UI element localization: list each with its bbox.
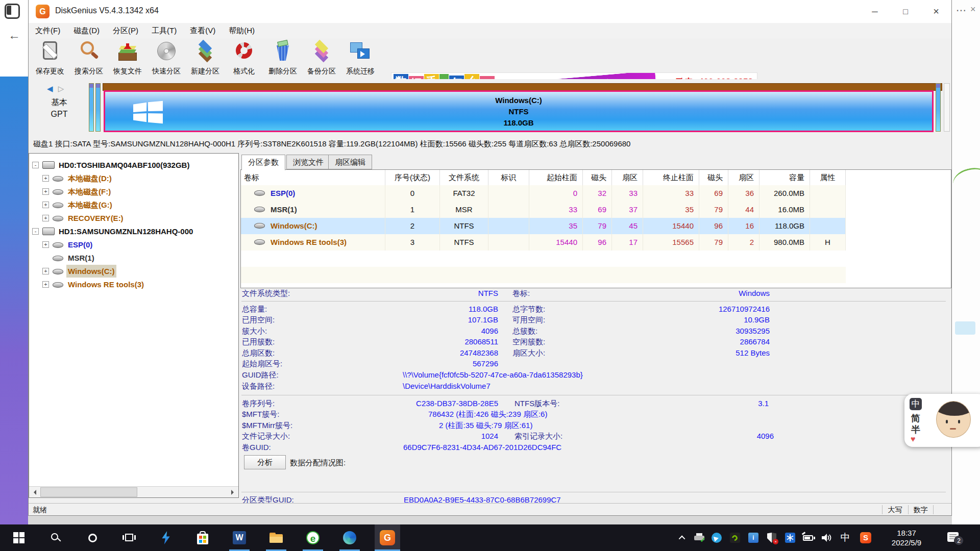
tray-battery[interactable] <box>799 524 818 551</box>
menu-view[interactable]: 查看(V) <box>183 26 222 36</box>
mft-cluster-label: $MFT簇号: <box>242 410 279 419</box>
table-row-windows-c[interactable]: Windows(C:) 2 NTFS 35 79 45 15440 96 16 … <box>241 218 846 234</box>
edge-icon <box>343 531 356 544</box>
taskbar-clock[interactable]: 18:37 2022/5/9 <box>880 524 933 551</box>
status-bar: 就绪 大写 数字 <box>29 503 951 516</box>
save-changes-button[interactable]: 保存更改 <box>31 39 69 78</box>
tab-partition-params[interactable]: 分区参数 <box>241 155 285 170</box>
tray-printer[interactable]: ✓ <box>691 524 707 551</box>
table-row-esp[interactable]: ESP(0) 0 FAT32 0 32 33 33 69 36 260.0MB <box>241 185 846 202</box>
collapse-icon[interactable]: - <box>32 228 39 235</box>
heart-icon[interactable]: ♥ <box>911 435 916 444</box>
analyze-button[interactable]: 分析 <box>244 455 286 469</box>
quick-partition-button[interactable]: 快速分区 <box>147 39 186 78</box>
tray-sogou[interactable]: S <box>856 524 875 551</box>
tree-item-esp[interactable]: + ESP(0) <box>29 238 238 251</box>
close-button[interactable]: × <box>923 0 949 23</box>
cortana-button[interactable] <box>81 524 104 551</box>
scroll-right-icon[interactable] <box>227 487 238 497</box>
background-window-icon[interactable] <box>5 4 20 19</box>
delete-partition-button[interactable]: 删除分区 <box>263 39 302 78</box>
tree-item-recovery-e[interactable]: + RECOVERY(E:) <box>29 212 238 224</box>
format-button[interactable]: 格式化 <box>225 39 263 78</box>
tray-snowflake[interactable] <box>782 524 798 551</box>
close-icon[interactable]: × <box>970 4 976 15</box>
pinned-app-word[interactable]: W <box>228 524 251 551</box>
table-row-msr[interactable]: MSR(1) 1 MSR 33 69 37 35 79 44 16.0MB <box>241 202 846 218</box>
action-center-button[interactable]: 2 <box>939 524 968 551</box>
pinned-app-store[interactable] <box>191 524 214 551</box>
scrollbar-thumb[interactable] <box>40 487 137 497</box>
free-clusters-value: 2866784 <box>668 337 770 346</box>
menu-help[interactable]: 帮助(H) <box>222 26 261 36</box>
system-migration-button[interactable]: 系统迁移 <box>341 39 380 78</box>
ime-mode-chinese[interactable]: 中 <box>910 398 922 410</box>
tray-nvidia[interactable] <box>727 524 743 551</box>
sogou-input-widget[interactable]: 中 简 半 ♥ <box>904 394 980 447</box>
pinned-app-edge[interactable] <box>338 524 361 551</box>
disk-panel-scrollbar[interactable] <box>944 83 950 132</box>
tray-intel[interactable]: i <box>745 524 762 551</box>
menu-file[interactable]: 文件(F) <box>29 26 67 36</box>
tree-item-local-g[interactable]: + 本地磁盘(G:) <box>29 198 238 211</box>
prev-disk-icon[interactable]: ◀ <box>47 84 53 93</box>
tab-browse-files[interactable]: 浏览文件 <box>286 155 330 169</box>
tab-sector-edit[interactable]: 扇区编辑 <box>328 155 372 169</box>
start-button[interactable] <box>7 524 31 551</box>
windows-start-icon <box>13 532 24 543</box>
ime-mode-halfwidth[interactable]: 半 <box>911 423 920 436</box>
disk-nav-arrows[interactable]: ◀ ▷ <box>47 84 64 93</box>
tree-item-local-d[interactable]: + 本地磁盘(D:) <box>29 172 238 185</box>
taskbar-search-button[interactable] <box>44 524 67 551</box>
used-space-value: 107.1GB <box>396 315 498 324</box>
tray-volume[interactable] <box>819 524 835 551</box>
expand-icon[interactable]: + <box>42 215 49 221</box>
partition-block-re-tools[interactable] <box>936 83 941 132</box>
new-partition-button[interactable]: 新建分区 <box>186 39 225 78</box>
next-disk-icon[interactable]: ▷ <box>58 84 64 93</box>
minimize-button[interactable]: ─ <box>862 0 888 23</box>
tree-item-msr[interactable]: MSR(1) <box>29 252 238 264</box>
menu-partition[interactable]: 分区(P) <box>106 26 145 36</box>
maximize-button[interactable]: □ <box>893 0 918 23</box>
tree-horizontal-scrollbar[interactable] <box>29 486 238 497</box>
collapse-icon[interactable]: - <box>32 162 39 168</box>
partition-icon <box>254 207 265 212</box>
menu-disk[interactable]: 磁盘(D) <box>67 26 106 36</box>
expand-icon[interactable]: + <box>42 281 49 288</box>
ime-mode-simplified[interactable]: 简 <box>911 412 920 424</box>
expand-icon[interactable]: + <box>42 188 49 195</box>
tray-chevron-button[interactable] <box>675 524 690 551</box>
pinned-app-ie360[interactable]: e <box>301 524 325 551</box>
more-icon[interactable]: ⋯ <box>956 4 966 16</box>
partition-block-msr[interactable] <box>95 83 101 132</box>
tray-ime-indicator[interactable]: 中 <box>837 524 853 551</box>
tray-defender[interactable]: × <box>764 524 780 551</box>
tree-item-hd1[interactable]: - HD1:SAMSUNGMZNLN128HAHQ-000 <box>29 225 238 238</box>
tree-item-local-f[interactable]: + 本地磁盘(F:) <box>29 185 238 198</box>
tree-item-windows-re[interactable]: + Windows RE tools(3) <box>29 278 238 291</box>
taskbar-diskgenius-active[interactable]: G <box>375 524 400 551</box>
partition-block-windows-c[interactable]: Windows(C:) NTFS 118.0GB <box>104 90 934 132</box>
pinned-app-explorer[interactable] <box>264 524 288 551</box>
speaker-icon <box>821 533 832 542</box>
expand-icon[interactable]: + <box>42 268 49 274</box>
vol-label-value: Windows <box>668 289 770 297</box>
expand-icon[interactable]: + <box>42 202 49 208</box>
menu-tools[interactable]: 工具(T) <box>145 26 183 36</box>
pinned-app-flash[interactable] <box>154 524 178 551</box>
desktop-wallpaper-left <box>0 77 28 524</box>
task-view-button[interactable] <box>117 524 141 551</box>
partition-block-esp[interactable] <box>89 83 94 132</box>
backup-partition-button[interactable]: 备份分区 <box>302 39 341 78</box>
table-row-windows-re[interactable]: Windows RE tools(3) 3 NTFS 15440 96 17 1… <box>241 234 846 251</box>
scroll-left-icon[interactable] <box>29 487 40 497</box>
tray-telegram[interactable] <box>708 524 725 551</box>
recover-files-button[interactable]: 恢复文件 <box>108 39 147 78</box>
tree-item-windows-c[interactable]: + Windows(C:) <box>29 265 238 278</box>
expand-icon[interactable]: + <box>42 175 49 182</box>
search-partition-button[interactable]: 搜索分区 <box>69 39 108 78</box>
tree-item-hd0[interactable]: - HD0:TOSHIBAMQ04ABF100(932GB) <box>29 159 238 171</box>
back-arrow-icon[interactable]: ← <box>8 28 20 42</box>
expand-icon[interactable]: + <box>42 241 49 248</box>
